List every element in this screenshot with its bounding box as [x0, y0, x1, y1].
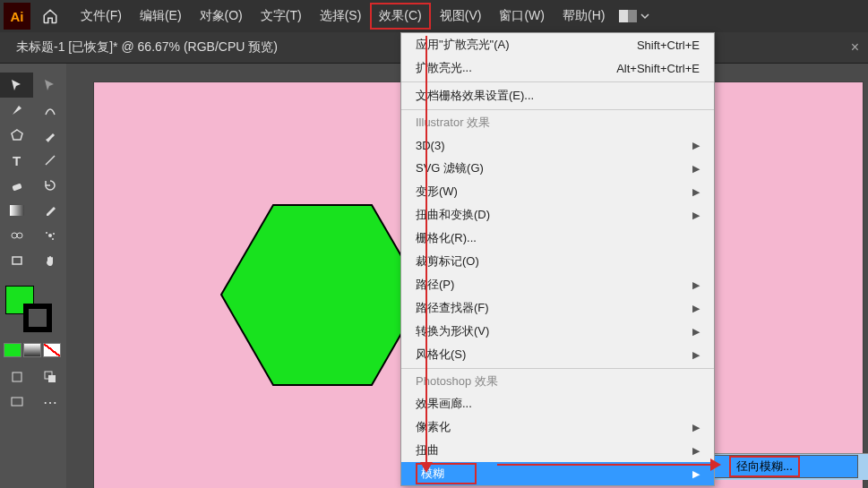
menu-svg-filters[interactable]: SVG 滤镜(G)▶ [401, 157, 714, 180]
symbol-sprayer-tool[interactable] [33, 223, 66, 248]
color-swatch[interactable] [0, 286, 66, 339]
app-logo: Ai [4, 3, 30, 30]
eraser-tool[interactable] [0, 173, 33, 198]
svg-marker-0 [12, 130, 22, 140]
paintbrush-tool[interactable] [33, 123, 66, 148]
direct-selection-tool[interactable] [33, 73, 66, 98]
menu-pixelate[interactable]: 像素化▶ [401, 415, 714, 439]
submenu-radial-blur[interactable]: 径向模糊... [715, 456, 857, 477]
color-mode-swatches [0, 343, 66, 357]
menu-distort-ps[interactable]: 扭曲▶ [401, 439, 714, 462]
type-tool[interactable]: T [0, 148, 33, 173]
menu-effect[interactable]: 效果(C) [370, 3, 430, 30]
svg-rect-10 [13, 257, 21, 264]
blend-tool[interactable] [0, 223, 33, 248]
eyedropper-tool[interactable] [33, 198, 66, 223]
menubar: Ai 文件(F) 编辑(E) 对象(O) 文字(T) 选择(S) 效果(C) 视… [0, 0, 868, 32]
svg-point-9 [52, 238, 54, 240]
artboard-tool[interactable] [0, 248, 33, 273]
annotation-arrow-horizontal [497, 464, 712, 466]
menu-3d[interactable]: 3D(3)▶ [401, 133, 714, 157]
svg-marker-15 [221, 205, 424, 385]
menu-crop-marks[interactable]: 裁剪标记(O) [401, 250, 714, 273]
menu-convert-shape[interactable]: 转换为形状(V)▶ [401, 320, 714, 343]
menu-path[interactable]: 路径(P)▶ [401, 273, 714, 296]
drawing-mode-behind[interactable] [33, 364, 66, 390]
menu-edit[interactable]: 编辑(E) [131, 3, 191, 30]
svg-point-7 [46, 232, 47, 234]
menu-last-effect[interactable]: 扩散亮光...Alt+Shift+Ctrl+E [401, 56, 714, 80]
menu-object[interactable]: 对象(O) [191, 3, 252, 30]
svg-point-6 [48, 234, 52, 237]
menu-effect-gallery[interactable]: 效果画廊... [401, 392, 714, 415]
svg-rect-14 [12, 398, 22, 406]
annotation-arrowhead-right [710, 458, 721, 471]
svg-rect-3 [10, 205, 24, 216]
document-close-button[interactable]: × [842, 39, 868, 56]
menu-help[interactable]: 帮助(H) [554, 3, 614, 30]
menu-stylize[interactable]: 风格化(S)▶ [401, 343, 714, 366]
annotation-arrowhead-down [420, 462, 433, 473]
gradient-tool[interactable] [0, 198, 33, 223]
menu-rasterize[interactable]: 栅格化(R)... [401, 227, 714, 250]
color-mode-none[interactable] [43, 343, 61, 357]
color-mode-gradient[interactable] [23, 343, 41, 357]
svg-point-5 [17, 233, 22, 238]
menu-section-illustrator: Illustrator 效果 [401, 112, 714, 133]
menu-distort-transform[interactable]: 扭曲和变换(D)▶ [401, 203, 714, 227]
blur-submenu: 径向模糊... [715, 455, 858, 478]
svg-rect-11 [13, 372, 21, 381]
menu-warp[interactable]: 变形(W)▶ [401, 180, 714, 203]
home-icon[interactable] [38, 4, 63, 29]
selection-tool[interactable] [0, 73, 33, 98]
document-tab[interactable]: 未标题-1 [已恢复]* @ 66.67% (RGB/CPU 预览) [0, 32, 294, 63]
drawing-mode-normal[interactable] [0, 364, 33, 390]
pen-tool[interactable] [0, 98, 33, 123]
screen-mode[interactable] [0, 390, 33, 415]
color-mode-solid[interactable] [4, 343, 21, 357]
menu-window[interactable]: 窗口(W) [490, 3, 554, 30]
rotate-tool[interactable] [33, 173, 66, 198]
curvature-tool[interactable] [33, 98, 66, 123]
polygon-tool-icon[interactable] [0, 123, 33, 148]
menu-apply-last-effect[interactable]: 应用"扩散亮光"(A)Shift+Ctrl+E [401, 33, 714, 56]
effect-menu-dropdown: 应用"扩散亮光"(A)Shift+Ctrl+E 扩散亮光...Alt+Shift… [400, 32, 715, 486]
line-tool[interactable] [33, 148, 66, 173]
stroke-swatch[interactable] [23, 304, 52, 332]
annotation-arrow-vertical [425, 36, 427, 466]
menu-document-raster-settings[interactable]: 文档栅格效果设置(E)... [401, 84, 714, 107]
menu-type[interactable]: 文字(T) [252, 3, 311, 30]
svg-line-1 [46, 156, 55, 165]
menu-file[interactable]: 文件(F) [72, 3, 131, 30]
toolbar: T [0, 64, 66, 488]
hand-tool[interactable] [33, 248, 66, 273]
workspace-switcher[interactable] [619, 10, 649, 22]
menu-pathfinder[interactable]: 路径查找器(F)▶ [401, 296, 714, 320]
svg-rect-13 [48, 375, 56, 382]
hexagon-shape[interactable] [219, 203, 425, 387]
menu-select[interactable]: 选择(S) [311, 3, 371, 30]
svg-rect-2 [12, 183, 21, 191]
menu-view[interactable]: 视图(V) [431, 3, 491, 30]
svg-point-4 [12, 233, 17, 238]
menu-section-photoshop: Photoshop 效果 [401, 371, 714, 392]
edit-toolbar[interactable]: ⋯ [33, 390, 66, 415]
svg-point-8 [53, 233, 55, 235]
